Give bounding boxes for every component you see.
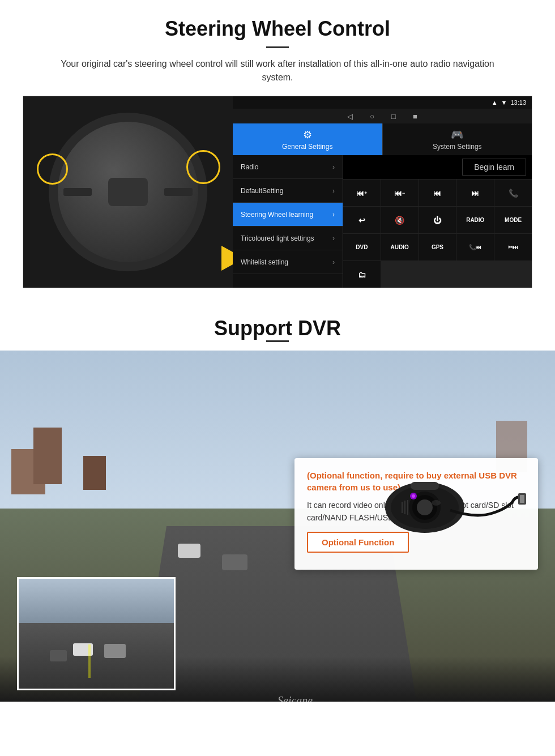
status-bar: ▲ ▼ 13:13: [233, 96, 532, 109]
chevron-icon: ›: [332, 211, 335, 219]
menu-item-steering-wheel[interactable]: Steering Wheel learning ›: [233, 203, 343, 227]
building-2: [33, 428, 62, 484]
system-icon: 🎮: [451, 129, 463, 141]
menu-right-panel: Begin learn ⏮+ ⏮− ⏮ ⏭ 📞 ↩ 🔇 ⏻ RADIO: [343, 155, 532, 288]
dvr-info-box: (Optional function, require to buy exter…: [294, 458, 538, 570]
steering-description: Your original car's steering wheel contr…: [45, 57, 510, 84]
home-icon[interactable]: ○: [370, 112, 374, 121]
steering-wheel-label: Steering Wheel learning: [241, 211, 313, 219]
tab-general-settings[interactable]: ⚙ General Settings: [233, 123, 382, 155]
divider: [266, 46, 289, 48]
chevron-icon: ›: [332, 258, 335, 266]
highlight-circle-right: [186, 150, 220, 184]
dvr-section: Support DVR (Optional function, require …: [0, 300, 555, 724]
menu-item-whitelist[interactable]: Whitelist setting ›: [233, 250, 343, 274]
chevron-icon: ›: [332, 187, 335, 195]
default-setting-label: DefaultSetting: [241, 187, 283, 195]
ctrl-dvd[interactable]: DVD: [343, 234, 381, 260]
building-3: [83, 456, 106, 490]
control-grid: ⏮+ ⏮− ⏮ ⏭ 📞 ↩ 🔇 ⏻ RADIO MODE DVD AUDIO: [343, 180, 532, 288]
svg-rect-7: [520, 495, 524, 503]
tab-general-label: General Settings: [282, 143, 332, 151]
ctrl-mute[interactable]: 🔇: [381, 207, 419, 233]
dvr-title-area: Support DVR: [0, 300, 555, 360]
inset-road: [19, 623, 174, 689]
wheel-center: [108, 178, 148, 206]
ctrl-power[interactable]: ⏻: [419, 207, 456, 233]
car-1: [178, 544, 200, 558]
time-display: 13:13: [510, 99, 526, 106]
nav-bar: ◁ ○ □ ■: [233, 109, 532, 123]
ctrl-call-prev[interactable]: 📞⏮: [456, 234, 494, 260]
menu-item-tricoloured[interactable]: Tricoloured light settings ›: [233, 227, 343, 250]
menu-left-panel: Radio › DefaultSetting › Steering Wheel …: [233, 155, 343, 288]
steering-title: Steering Wheel Control: [23, 17, 532, 41]
dvr-title: Support DVR: [0, 317, 555, 340]
inset-car-3: [50, 650, 67, 661]
ctrl-mode[interactable]: MODE: [494, 207, 532, 233]
steering-section: Steering Wheel Control Your original car…: [0, 0, 555, 300]
wifi-icon: ▼: [501, 99, 507, 106]
menu-item-default-setting[interactable]: DefaultSetting ›: [233, 179, 343, 203]
spoke-right: [164, 188, 193, 196]
ctrl-vol-down[interactable]: ⏮−: [381, 180, 419, 206]
road-line: [88, 644, 91, 677]
ctrl-cut-next[interactable]: ✂⏭: [494, 234, 532, 260]
pointing-arrow: [221, 246, 233, 271]
ctrl-prev[interactable]: ⏮: [419, 180, 456, 206]
whitelist-label: Whitelist setting: [241, 258, 288, 266]
tab-system-settings[interactable]: 🎮 System Settings: [382, 123, 532, 155]
radio-label: Radio: [241, 163, 258, 171]
menu-item-radio[interactable]: Radio ›: [233, 155, 343, 179]
ctrl-extra[interactable]: 🗂: [343, 261, 381, 288]
ctrl-gps[interactable]: GPS: [419, 234, 456, 260]
spoke-left: [63, 188, 92, 196]
android-panel: ▲ ▼ 13:13 ◁ ○ □ ■ ⚙ General Settings 🎮 S…: [233, 96, 532, 288]
svg-point-13: [432, 500, 441, 506]
dvr-camera-image: [362, 456, 527, 558]
ctrl-vol-up[interactable]: ⏮+: [343, 180, 381, 206]
dvr-divider: [266, 340, 289, 342]
car-2: [222, 554, 247, 570]
steering-photo: [23, 96, 233, 288]
inset-sky: [19, 579, 174, 623]
settings-menu: Radio › DefaultSetting › Steering Wheel …: [233, 155, 532, 288]
steering-interface: ▲ ▼ 13:13 ◁ ○ □ ■ ⚙ General Settings 🎮 S…: [23, 96, 532, 288]
svg-point-9: [412, 494, 415, 498]
tab-system-label: System Settings: [433, 143, 482, 151]
back-icon[interactable]: ◁: [347, 112, 353, 121]
dvr-inset-photo: [17, 577, 176, 690]
begin-learn-button[interactable]: Begin learn: [462, 159, 526, 176]
gear-icon: ⚙: [303, 129, 312, 141]
ctrl-radio[interactable]: RADIO: [456, 207, 494, 233]
ctrl-call[interactable]: 📞: [494, 180, 532, 206]
signal-icon: ▲: [492, 99, 498, 106]
settings-tabs: ⚙ General Settings 🎮 System Settings: [233, 123, 532, 155]
svg-point-4: [417, 499, 433, 515]
ctrl-hangup[interactable]: ↩: [343, 207, 381, 233]
ctrl-audio[interactable]: AUDIO: [381, 234, 419, 260]
svg-rect-5: [411, 482, 439, 490]
tricoloured-label: Tricoloured light settings: [241, 234, 314, 242]
begin-learn-row: Begin learn: [343, 155, 532, 180]
ctrl-next[interactable]: ⏭: [456, 180, 494, 206]
recent-icon[interactable]: □: [391, 112, 396, 121]
menu-icon[interactable]: ■: [413, 112, 417, 121]
steering-wheel: [49, 113, 207, 271]
chevron-icon: ›: [332, 234, 335, 242]
chevron-icon: ›: [332, 163, 335, 171]
inset-car-2: [104, 644, 126, 658]
